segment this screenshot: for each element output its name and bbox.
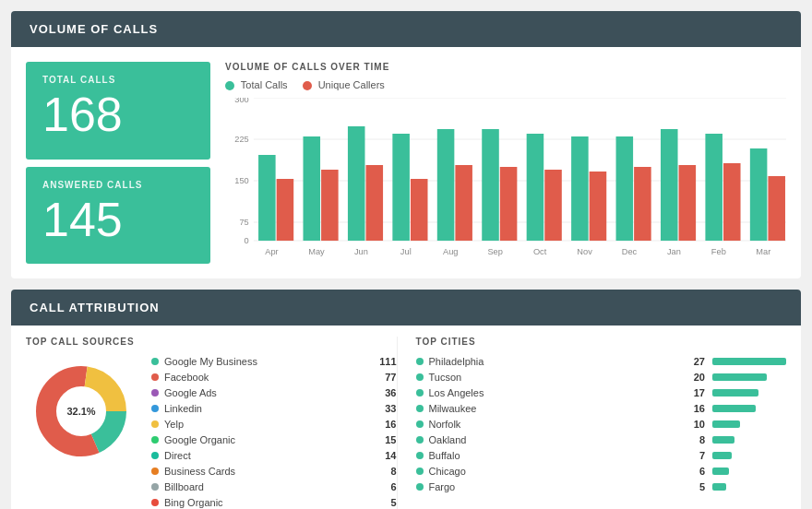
source-dot xyxy=(151,499,159,506)
source-dot xyxy=(151,468,159,475)
bar-jun-total xyxy=(348,126,365,241)
attribution-section: CALL ATTRIBUTION TOP CALL SOURCES xyxy=(11,290,801,509)
city-bar xyxy=(712,405,756,412)
source-dot xyxy=(151,405,159,412)
source-item: Facebook 77 xyxy=(151,372,397,383)
sources-list: Google My Business 111 Facebook 77 Googl… xyxy=(151,356,397,509)
city-dot xyxy=(416,373,424,381)
top-cities: TOP CITIES Philadelphia 27 Tucson 20 Los… xyxy=(397,337,787,509)
source-count: 77 xyxy=(374,372,397,383)
donut-svg: 32.1% xyxy=(26,356,137,467)
chart-legend: Total Calls Unique Callers xyxy=(225,79,786,90)
bar-jan-total xyxy=(661,129,678,241)
city-item: Los Angeles 17 xyxy=(416,387,787,398)
source-item: Google My Business 111 xyxy=(151,356,397,367)
svg-text:Oct: Oct xyxy=(533,247,547,256)
city-dot xyxy=(416,420,424,428)
city-name: Milwaukee xyxy=(429,403,683,414)
svg-text:Mar: Mar xyxy=(756,247,770,256)
answered-calls-label: ANSWERED CALLS xyxy=(42,180,194,190)
source-count: 15 xyxy=(374,434,397,445)
city-bar-wrap xyxy=(712,483,786,491)
bar-apr-unique xyxy=(277,179,294,241)
svg-text:Feb: Feb xyxy=(711,247,726,256)
source-count: 14 xyxy=(374,450,397,461)
attribution-header: CALL ATTRIBUTION xyxy=(11,290,801,326)
bar-jun-unique xyxy=(366,165,384,241)
city-bar-wrap xyxy=(712,389,786,397)
source-dot xyxy=(151,452,159,459)
source-name: Facebook xyxy=(164,372,370,383)
svg-text:0: 0 xyxy=(245,236,249,245)
bar-oct-unique xyxy=(544,170,562,241)
svg-text:Nov: Nov xyxy=(577,247,592,256)
svg-text:75: 75 xyxy=(239,218,248,227)
city-bar xyxy=(712,483,726,491)
city-bar-wrap xyxy=(712,436,786,444)
source-count: 8 xyxy=(374,466,397,477)
source-name: Bing Organic xyxy=(164,497,370,508)
city-count: 7 xyxy=(682,450,705,461)
city-name: Buffalo xyxy=(429,450,683,461)
answered-calls-card: ANSWERED CALLS 145 xyxy=(26,167,210,265)
city-name: Oakland xyxy=(429,434,683,445)
bar-feb-unique xyxy=(723,163,741,241)
bar-nov-unique xyxy=(590,172,607,241)
source-item: Direct 14 xyxy=(151,450,397,461)
bar-aug-unique xyxy=(455,165,472,241)
city-item: Oakland 8 xyxy=(416,434,787,445)
sources-title: TOP CALL SOURCES xyxy=(26,337,397,347)
city-dot xyxy=(416,405,424,412)
source-name: Google Organic xyxy=(164,434,370,445)
svg-text:150: 150 xyxy=(234,176,248,185)
cities-list: Philadelphia 27 Tucson 20 Los Angeles 17… xyxy=(416,356,787,492)
svg-text:300: 300 xyxy=(234,98,248,104)
cities-title: TOP CITIES xyxy=(416,337,787,347)
chart-svg: 300 225 150 75 0 Apr xyxy=(225,98,786,264)
city-item: Milwaukee 16 xyxy=(416,403,787,414)
city-bar-wrap xyxy=(712,373,786,381)
city-dot xyxy=(416,436,424,444)
city-dot xyxy=(416,483,424,491)
answered-calls-value: 145 xyxy=(42,195,194,243)
source-name: Direct xyxy=(164,450,370,461)
donut-pct: 32.1% xyxy=(66,406,95,417)
city-count: 10 xyxy=(682,419,705,430)
source-item: Linkedin 33 xyxy=(151,403,397,414)
bar-chart: 300 225 150 75 0 Apr xyxy=(225,98,786,264)
svg-text:Aug: Aug xyxy=(443,247,458,256)
attribution-body: TOP CALL SOURCES xyxy=(11,326,801,509)
city-item: Tucson 20 xyxy=(416,372,787,383)
city-dot xyxy=(416,452,424,459)
svg-text:Jun: Jun xyxy=(354,247,368,256)
city-count: 17 xyxy=(682,387,705,398)
city-bar xyxy=(712,468,729,475)
city-name: Tucson xyxy=(429,372,683,383)
bar-jan-unique xyxy=(679,165,697,241)
source-item: Yelp 16 xyxy=(151,419,397,430)
legend-unique-dot xyxy=(303,81,312,90)
source-count: 111 xyxy=(374,356,397,367)
city-item: Buffalo 7 xyxy=(416,450,787,461)
legend-total-dot xyxy=(225,81,234,90)
source-item: Billboard 6 xyxy=(151,481,397,492)
svg-text:May: May xyxy=(308,247,325,256)
source-name: Google Ads xyxy=(164,387,370,398)
city-item: Fargo 5 xyxy=(416,481,787,492)
source-name: Yelp xyxy=(164,419,370,430)
city-bar xyxy=(712,420,740,428)
city-bar-wrap xyxy=(712,468,786,475)
bar-oct-total xyxy=(527,134,544,241)
stat-cards: TOTAL CALLS 168 ANSWERED CALLS 145 xyxy=(26,62,210,264)
source-name: Google My Business xyxy=(164,356,370,367)
svg-text:Jan: Jan xyxy=(667,247,681,256)
bar-sep-total xyxy=(482,129,499,241)
city-name: Norfolk xyxy=(429,419,683,430)
source-item: Bing Organic 5 xyxy=(151,497,397,508)
city-count: 5 xyxy=(682,481,705,492)
city-dot xyxy=(416,468,424,475)
volume-chart-area: VOLUME OF CALLS OVER TIME Total Calls Un… xyxy=(225,62,786,264)
total-calls-card: TOTAL CALLS 168 xyxy=(26,62,210,160)
source-dot xyxy=(151,373,159,381)
city-bar xyxy=(712,436,734,444)
